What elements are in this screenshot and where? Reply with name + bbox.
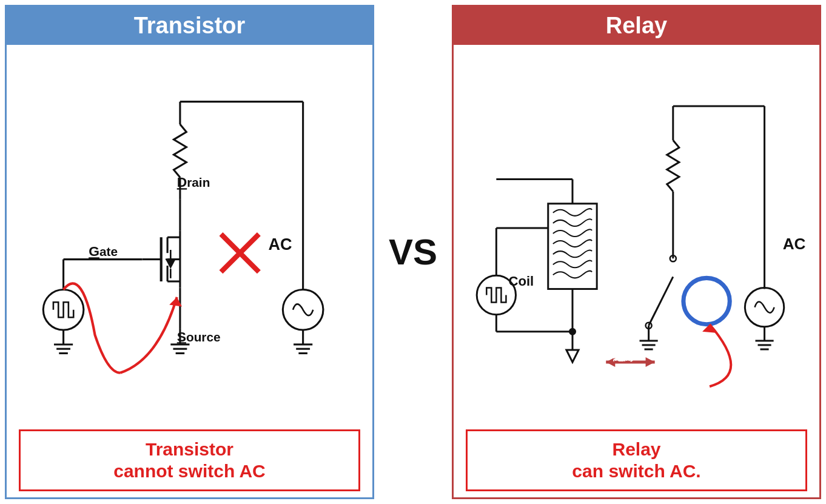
- svg-text:Drain: Drain: [177, 174, 210, 190]
- svg-text:Gate: Gate: [89, 243, 118, 259]
- relay-diagram: Coil: [454, 45, 819, 423]
- relay-panel: Relay Coil: [452, 5, 821, 499]
- svg-text:Source: Source: [177, 329, 221, 344]
- transistor-body: Gate Drain Source: [7, 45, 372, 497]
- svg-line-59: [649, 277, 673, 325]
- transistor-caption-text: Transistor cannot switch AC: [33, 438, 346, 482]
- transistor-caption: Transistor cannot switch AC: [19, 429, 360, 491]
- transistor-diagram: Gate Drain Source: [7, 45, 372, 423]
- svg-point-75: [683, 278, 730, 324]
- vs-text: VS: [389, 231, 437, 273]
- transistor-title: Transistor: [7, 7, 372, 45]
- relay-title: Relay: [454, 7, 819, 45]
- transistor-panel: Transistor Gate Drain Source: [5, 5, 374, 499]
- svg-text:絶縁: 絶縁: [613, 351, 636, 363]
- svg-text:Coil: Coil: [508, 274, 534, 289]
- svg-text:AC: AC: [268, 235, 292, 254]
- svg-marker-56: [646, 357, 655, 367]
- relay-body: Coil: [454, 45, 819, 497]
- svg-text:AC: AC: [783, 235, 806, 253]
- relay-caption: Relay can switch AC.: [466, 429, 807, 491]
- svg-marker-53: [566, 350, 579, 362]
- vs-divider: VS: [377, 0, 449, 504]
- relay-caption-text: Relay can switch AC.: [480, 438, 793, 482]
